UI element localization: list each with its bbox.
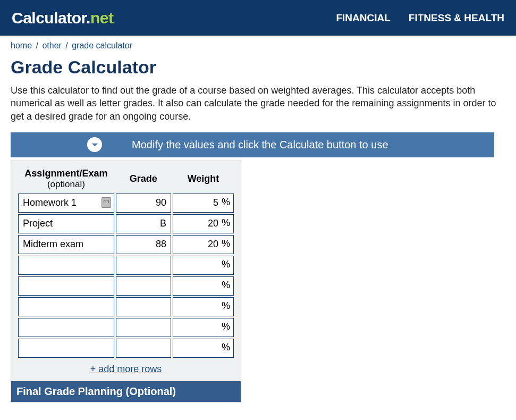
logo-dot: . <box>86 9 90 27</box>
grade-input[interactable] <box>116 214 171 233</box>
weight-input[interactable] <box>173 339 234 358</box>
crumb-sep: / <box>36 41 38 50</box>
grade-input[interactable] <box>116 235 171 254</box>
assignment-input[interactable] <box>18 297 114 316</box>
th-grade: Grade <box>116 168 171 192</box>
weight-input[interactable] <box>173 297 234 316</box>
table-row: % <box>18 297 234 316</box>
header: Calculator.net FINANCIAL FITNESS & HEALT… <box>0 0 516 36</box>
add-more-rows-link[interactable]: + add more rows <box>90 364 162 374</box>
crumb-sep: / <box>65 41 67 50</box>
weight-input[interactable] <box>173 318 234 337</box>
grade-input[interactable] <box>116 256 171 275</box>
content: home / other / grade calculator Grade Ca… <box>0 36 516 402</box>
chevron-down-circle-icon[interactable] <box>87 137 102 152</box>
password-manager-icon[interactable] <box>101 197 111 208</box>
table-row: % <box>18 256 234 275</box>
assignment-input[interactable] <box>18 276 114 296</box>
assignment-input[interactable] <box>18 339 114 358</box>
assignment-input[interactable] <box>18 318 114 337</box>
table-row: % <box>18 194 234 213</box>
grade-input[interactable] <box>116 297 171 316</box>
grade-form-card: Assignment/Exam (optional) Grade Weight … <box>11 161 241 402</box>
th-weight: Weight <box>173 168 234 192</box>
weight-input[interactable] <box>173 276 234 296</box>
weight-input[interactable] <box>173 194 234 213</box>
grade-input[interactable] <box>116 339 171 358</box>
instruction-bar: Modify the values and click the Calculat… <box>11 132 494 157</box>
crumb-other[interactable]: other <box>42 41 61 50</box>
table-row: % <box>18 318 234 337</box>
table-row: % <box>18 235 234 254</box>
weight-input[interactable] <box>173 256 234 275</box>
grade-input[interactable] <box>116 194 171 213</box>
assignment-input[interactable] <box>18 256 114 275</box>
table-row: % <box>18 339 234 358</box>
table-row: % <box>18 214 234 233</box>
logo-left: Calculator <box>12 9 86 27</box>
crumb-home[interactable]: home <box>11 41 32 50</box>
assignment-input[interactable] <box>18 235 114 254</box>
logo-right: net <box>90 9 114 27</box>
weight-input[interactable] <box>173 235 234 254</box>
assignment-input[interactable] <box>18 214 114 233</box>
grade-input[interactable] <box>116 318 171 337</box>
final-planning-header: Final Grade Planning (Optional) <box>11 381 241 402</box>
assignment-input[interactable] <box>18 194 114 213</box>
instruction-text: Modify the values and click the Calculat… <box>132 139 388 151</box>
page-title: Grade Calculator <box>11 57 505 78</box>
grade-table: Assignment/Exam (optional) Grade Weight … <box>16 166 235 359</box>
nav-financial[interactable]: FINANCIAL <box>336 12 390 24</box>
th-assignment: Assignment/Exam (optional) <box>18 168 114 192</box>
nav-fitness-health[interactable]: FITNESS & HEALTH <box>409 12 504 24</box>
table-row: % <box>18 276 234 296</box>
add-rows: + add more rows <box>16 364 235 375</box>
weight-input[interactable] <box>173 214 234 233</box>
intro-text: Use this calculator to find out the grad… <box>11 84 500 123</box>
crumb-current[interactable]: grade calculator <box>72 41 132 50</box>
breadcrumb: home / other / grade calculator <box>11 41 505 51</box>
grade-input[interactable] <box>116 276 171 296</box>
nav-links: FINANCIAL FITNESS & HEALTH <box>336 12 504 24</box>
logo[interactable]: Calculator.net <box>12 9 113 27</box>
